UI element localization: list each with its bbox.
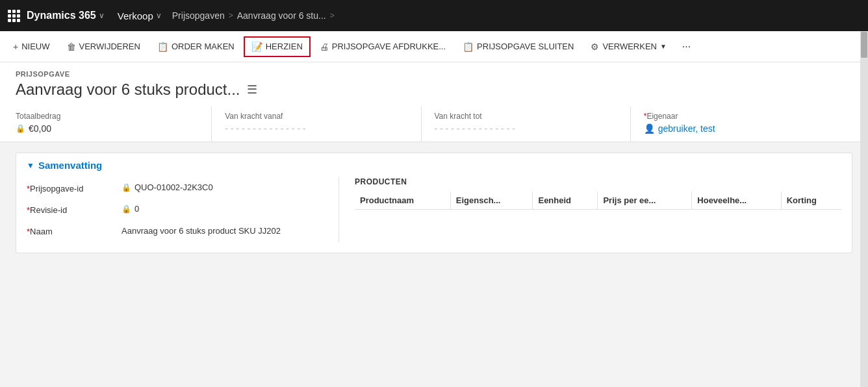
breadcrumb-current: Aanvraag voor 6 stu... bbox=[237, 10, 326, 21]
scrollbar[interactable] bbox=[860, 31, 868, 387]
col-hoeveelheid: Hoeveelhe... bbox=[692, 192, 781, 210]
col-eigenschappen: Eigensch... bbox=[450, 192, 533, 210]
eigenaar-value[interactable]: 👤 gebruiker, test bbox=[644, 123, 826, 134]
order-icon: 📋 bbox=[157, 42, 168, 52]
van-kracht-tot-label: Van kracht tot bbox=[435, 112, 617, 121]
eigenaar-field: *Eigenaar 👤 gebruiker, test bbox=[644, 106, 839, 142]
section-title: Samenvatting bbox=[38, 160, 102, 171]
lock-icon-2: 🔒 bbox=[121, 183, 131, 192]
section-header: ▼ Samenvatting bbox=[16, 153, 852, 177]
close-icon: 📋 bbox=[463, 42, 474, 52]
breadcrumb: Prijsopgaven > Aanvraag voor 6 stu... > bbox=[172, 10, 335, 21]
print-icon: 🖨 bbox=[320, 42, 329, 52]
lock-icon-3: 🔒 bbox=[121, 205, 131, 214]
new-button[interactable]: + NIEUW bbox=[5, 36, 58, 57]
record-type-label: PRIJSOPGAVE bbox=[16, 70, 852, 78]
new-icon: + bbox=[13, 42, 18, 52]
naam-value[interactable]: Aanvraag voor 6 stuks product SKU JJ202 bbox=[121, 225, 281, 237]
van-kracht-tot-value[interactable]: - - - - - - - - - - - - - - - bbox=[435, 123, 617, 134]
new-label: NIEUW bbox=[21, 42, 49, 51]
products-table: Productnaam Eigensch... Eenheid Prijs pe… bbox=[355, 192, 841, 210]
order-button[interactable]: 📋 ORDER MAKEN bbox=[149, 36, 242, 57]
toolbar: + NIEUW 🗑 VERWIJDEREN 📋 ORDER MAKEN 📝 HE… bbox=[0, 31, 868, 62]
revisie-id-row: *Revisie-id 🔒 0 bbox=[27, 199, 323, 220]
module-chevron[interactable]: ∨ bbox=[156, 11, 162, 20]
print-button[interactable]: 🖨 PRIJSOPGAVE AFDRUKKE... bbox=[312, 36, 453, 57]
van-kracht-vanaf-label: Van kracht vanaf bbox=[225, 112, 407, 121]
nav-module[interactable]: Verkoop bbox=[118, 10, 153, 21]
section-chevron[interactable]: ▼ bbox=[27, 161, 34, 170]
revise-icon: 📝 bbox=[251, 42, 262, 52]
waffle-menu[interactable] bbox=[8, 10, 20, 22]
process-icon: ⚙ bbox=[591, 42, 599, 52]
totaalbedrag-field: Totaalbedrag 🔒 €0,00 bbox=[16, 106, 212, 142]
close-button[interactable]: 📋 PRIJSOPGAVE SLUITEN bbox=[455, 36, 581, 57]
delete-label: VERWIJDEREN bbox=[79, 42, 140, 51]
delete-button[interactable]: 🗑 VERWIJDEREN bbox=[59, 36, 148, 57]
products-header: PRODUCTEN bbox=[355, 177, 841, 186]
scroll-thumb[interactable] bbox=[861, 32, 867, 58]
record-fields-row: Totaalbedrag 🔒 €0,00 Van kracht vanaf - … bbox=[16, 106, 852, 142]
section-container: ▼ Samenvatting *Prijsopgave-id 🔒 QUO-010… bbox=[0, 142, 868, 264]
naam-row: *Naam Aanvraag voor 6 stuks product SKU … bbox=[27, 220, 323, 242]
process-button[interactable]: ⚙ VERWERKEN ▼ bbox=[583, 36, 674, 57]
section-body: *Prijsopgave-id 🔒 QUO-01002-J2K3C0 *Revi… bbox=[16, 177, 852, 253]
breadcrumb-sep1: > bbox=[229, 11, 233, 20]
totaalbedrag-label: Totaalbedrag bbox=[16, 112, 198, 121]
person-icon: 👤 bbox=[644, 123, 655, 134]
app-chevron[interactable]: ∨ bbox=[99, 11, 105, 20]
prijsopgave-id-row: *Prijsopgave-id 🔒 QUO-01002-J2K3C0 bbox=[27, 177, 323, 199]
record-header: PRIJSOPGAVE Aanvraag voor 6 stuks produc… bbox=[0, 62, 868, 142]
record-title-row: Aanvraag voor 6 stuks product... ☰ bbox=[16, 81, 852, 99]
revisie-id-value: 🔒 0 bbox=[121, 204, 139, 214]
totaalbedrag-value: 🔒 €0,00 bbox=[16, 123, 198, 134]
van-kracht-tot-field: Van kracht tot - - - - - - - - - - - - -… bbox=[435, 106, 631, 142]
col-productnaam: Productnaam bbox=[355, 192, 450, 210]
process-label: VERWERKEN bbox=[602, 42, 657, 51]
lock-icon: 🔒 bbox=[16, 124, 25, 133]
record-menu-icon[interactable]: ☰ bbox=[247, 82, 257, 97]
col-prijs: Prijs per ee... bbox=[598, 192, 692, 210]
order-label: ORDER MAKEN bbox=[172, 42, 235, 51]
van-kracht-vanaf-value[interactable]: - - - - - - - - - - - - - - - bbox=[225, 123, 407, 134]
revise-button[interactable]: 📝 HERZIEN bbox=[244, 36, 311, 57]
prijsopgave-id-value: 🔒 QUO-01002-J2K3C0 bbox=[121, 182, 213, 192]
col-eenheid: Eenheid bbox=[533, 192, 598, 210]
close-label: PRIJSOPGAVE SLUITEN bbox=[477, 42, 574, 51]
record-title: Aanvraag voor 6 stuks product... bbox=[16, 81, 240, 99]
naam-label: *Naam bbox=[27, 225, 111, 236]
eigenaar-label: *Eigenaar bbox=[644, 112, 826, 121]
delete-icon: 🗑 bbox=[67, 42, 76, 52]
process-dropdown-chevron: ▼ bbox=[660, 43, 667, 50]
prijsopgave-id-label: *Prijsopgave-id bbox=[27, 182, 111, 194]
breadcrumb-sep2: > bbox=[330, 11, 335, 20]
section-left: *Prijsopgave-id 🔒 QUO-01002-J2K3C0 *Revi… bbox=[27, 177, 338, 242]
revise-label: HERZIEN bbox=[266, 42, 303, 51]
section-right: PRODUCTEN Productnaam Eigensch... Eenhei… bbox=[338, 177, 841, 242]
top-nav: Dynamics 365 ∨ Verkoop ∨ Prijsopgaven > … bbox=[0, 0, 868, 31]
col-korting: Korting bbox=[781, 192, 841, 210]
revisie-id-label: *Revisie-id bbox=[27, 204, 111, 215]
app-name: Dynamics 365 bbox=[27, 10, 96, 21]
van-kracht-vanaf-field: Van kracht vanaf - - - - - - - - - - - -… bbox=[225, 106, 421, 142]
breadcrumb-prijsopgaven[interactable]: Prijsopgaven bbox=[172, 10, 225, 21]
more-button[interactable]: ··· bbox=[676, 37, 697, 56]
section-card: ▼ Samenvatting *Prijsopgave-id 🔒 QUO-010… bbox=[16, 153, 852, 253]
print-label: PRIJSOPGAVE AFDRUKKE... bbox=[332, 42, 446, 51]
